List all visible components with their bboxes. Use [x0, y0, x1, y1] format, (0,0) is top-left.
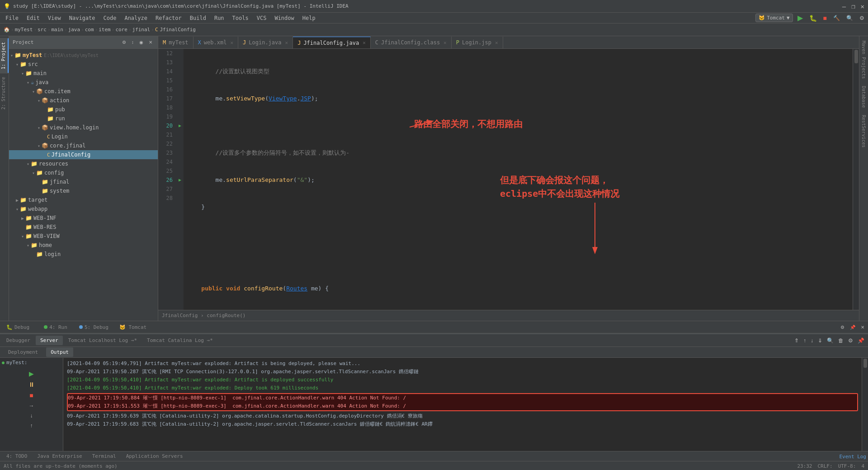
- bottom-pin-button[interactable]: 📌: [848, 324, 857, 331]
- project-settings-button[interactable]: ⚙: [120, 39, 128, 46]
- event-log-link[interactable]: Event Log: [839, 453, 866, 460]
- minimize-button[interactable]: —: [842, 3, 846, 10]
- menu-analyze[interactable]: Analyze: [121, 14, 151, 22]
- tree-item-com-item[interactable]: ▾ 📦 com.item: [9, 87, 158, 96]
- sidebar-database[interactable]: Database: [860, 83, 867, 110]
- project-close-button[interactable]: ✕: [147, 39, 154, 46]
- tree-item-resources[interactable]: ▾ 📁 resources: [9, 159, 158, 168]
- menu-run[interactable]: Run: [211, 14, 228, 22]
- tomcat-dropdown[interactable]: 🐱 Tomcat ▼: [755, 14, 793, 22]
- app-servers-tab[interactable]: Application Servers: [122, 451, 188, 461]
- menu-edit[interactable]: Edit: [23, 14, 43, 22]
- menu-refactor[interactable]: Refactor: [152, 14, 185, 22]
- tab-jfinalconfig-class-close[interactable]: ✕: [443, 40, 447, 46]
- breadcrumb-item[interactable]: item: [99, 27, 111, 33]
- log-content[interactable]: [2021-04-09 05:19:49,791] Artifact myTes…: [63, 358, 862, 451]
- menu-code[interactable]: Code: [100, 14, 120, 22]
- stop-button[interactable]: ■: [821, 14, 829, 23]
- search-everywhere-button[interactable]: 🔍: [844, 14, 855, 22]
- run-tab-run[interactable]: 4: Run: [39, 323, 72, 332]
- breadcrumb-jfinal[interactable]: jfinal: [132, 27, 151, 33]
- log-settings[interactable]: ⚙: [846, 337, 855, 345]
- tree-item-system-folder[interactable]: ▾ 📁 system: [9, 186, 158, 195]
- breadcrumb-mytest[interactable]: myTest: [15, 27, 33, 33]
- tree-item-action[interactable]: ▾ 📦 action: [9, 96, 158, 105]
- tab-jfinalconfig-close[interactable]: ✕: [363, 40, 366, 46]
- debug-panel-tab[interactable]: 🐛 Debug: [2, 323, 34, 332]
- panel-tab-project[interactable]: 1: Project: [0, 38, 9, 73]
- breadcrumb-com[interactable]: com: [85, 27, 94, 33]
- tab-loginjsp-close[interactable]: ✕: [495, 40, 498, 46]
- tree-item-config[interactable]: ▾ 📁 config: [9, 168, 158, 177]
- tree-item-java[interactable]: ▾ ☕ java: [9, 78, 158, 87]
- tree-item-view-home-login[interactable]: ▾ 📦 view.home.login: [9, 123, 158, 132]
- tree-item-webapp[interactable]: ▾ 📁 webapp: [9, 204, 158, 214]
- tree-item-main[interactable]: ▾ 📁 main: [9, 69, 158, 78]
- tree-item-src[interactable]: ▾ 📁 src: [9, 60, 158, 69]
- menu-file[interactable]: File: [2, 14, 22, 22]
- bottom-close-button[interactable]: ✕: [859, 324, 866, 331]
- sidebar-maven[interactable]: Maven Projects: [860, 38, 867, 81]
- step-into-button[interactable]: ↓: [2, 412, 61, 420]
- log-pin[interactable]: 📌: [856, 337, 866, 345]
- terminal-tab[interactable]: Terminal: [88, 451, 121, 461]
- log-scroll-bottom[interactable]: ⇓: [816, 337, 824, 345]
- settings-button[interactable]: ⚙: [858, 14, 866, 22]
- menu-view[interactable]: View: [44, 14, 65, 22]
- run-button[interactable]: ▶: [796, 13, 805, 23]
- code-content[interactable]: //设置默认视图类型 me.setViewType(ViewType.JSP);…: [184, 49, 853, 310]
- tree-item-login-class[interactable]: ▾ C Login: [9, 132, 158, 141]
- breadcrumb-core[interactable]: core: [115, 27, 127, 33]
- breadcrumb-java[interactable]: java: [68, 27, 80, 33]
- sidebar-rest[interactable]: RestServices: [860, 112, 867, 150]
- pause-button[interactable]: ⏸: [2, 380, 61, 389]
- menu-window[interactable]: Window: [271, 14, 297, 22]
- step-out-button[interactable]: ↑: [2, 422, 61, 430]
- panel-tab-structure[interactable]: 2: Structure: [0, 73, 9, 113]
- output-tab[interactable]: Output: [46, 347, 73, 357]
- log-scroll-up[interactable]: ↑: [802, 337, 808, 345]
- menu-help[interactable]: Help: [299, 14, 319, 22]
- tree-item-core-jfinal[interactable]: ▾ 📦 core.jfinal: [9, 141, 158, 150]
- debugger-tab[interactable]: Debugger: [2, 336, 35, 345]
- tree-item-login-folder[interactable]: ▾ 📁 login: [9, 250, 158, 259]
- log-scroll-down[interactable]: ↓: [809, 337, 815, 345]
- java-enterprise-tab[interactable]: Java Enterprise: [33, 451, 86, 461]
- bottom-settings-button[interactable]: ⚙: [839, 324, 846, 331]
- stop-debug-button[interactable]: ■: [2, 391, 61, 400]
- menu-vcs[interactable]: VCS: [253, 14, 270, 22]
- deployment-tab[interactable]: Deployment: [4, 347, 42, 357]
- project-locate-button[interactable]: ◉: [137, 39, 145, 46]
- tree-item-run[interactable]: ▾ 📁 run: [9, 114, 158, 123]
- tab-webxml[interactable]: X web.xml ✕: [193, 37, 238, 48]
- server-tab[interactable]: Server: [36, 336, 63, 345]
- tomcat-catalina-tab[interactable]: Tomcat Catalina Log →*: [142, 336, 217, 345]
- menu-tools[interactable]: Tools: [229, 14, 252, 22]
- tree-item-target[interactable]: ▶ 📁 target: [9, 195, 158, 204]
- close-button[interactable]: ✕: [861, 3, 864, 10]
- menu-navigate[interactable]: Navigate: [66, 14, 99, 22]
- tab-loginjava[interactable]: J Login.java ✕: [238, 37, 293, 48]
- tab-loginjava-close[interactable]: ✕: [285, 40, 288, 46]
- tree-item-jfinal-folder[interactable]: ▾ 📁 jfinal: [9, 177, 158, 186]
- log-clear[interactable]: 🗑: [836, 337, 845, 345]
- menu-build[interactable]: Build: [186, 14, 210, 22]
- tree-item-web-view[interactable]: ▾ 📁 WEB-VIEW: [9, 232, 158, 241]
- todo-tab[interactable]: 4: TODO: [2, 451, 32, 461]
- tab-jfinalconfig-class[interactable]: C JfinalConfig.class ✕: [371, 37, 452, 48]
- tab-webxml-close[interactable]: ✕: [230, 40, 233, 46]
- breadcrumb-main[interactable]: main: [52, 27, 64, 33]
- breadcrumb-jfinalconfig[interactable]: JfinalConfig: [160, 27, 196, 33]
- tree-item-web-inf[interactable]: ▶ 📁 WEB-INF: [9, 214, 158, 223]
- tab-loginjsp[interactable]: P Login.jsp ✕: [452, 37, 503, 48]
- tree-item-web-res[interactable]: ▾ 📁 WEB-RES: [9, 223, 158, 232]
- log-filter[interactable]: 🔍: [825, 337, 835, 345]
- tree-item-jfinalconfig[interactable]: ▾ C JfinalConfig: [9, 150, 158, 159]
- tab-jfinalconfig[interactable]: J JfinalConfig.java ✕: [293, 37, 371, 48]
- debug-button[interactable]: 🐛: [807, 14, 819, 23]
- maximize-button[interactable]: ❐: [851, 3, 855, 10]
- tree-item-pub[interactable]: ▾ 📁 pub: [9, 105, 158, 114]
- step-over-button[interactable]: →: [2, 402, 61, 410]
- project-expand-button[interactable]: ↕: [130, 39, 136, 46]
- log-scroll-top[interactable]: ⇑: [793, 337, 801, 345]
